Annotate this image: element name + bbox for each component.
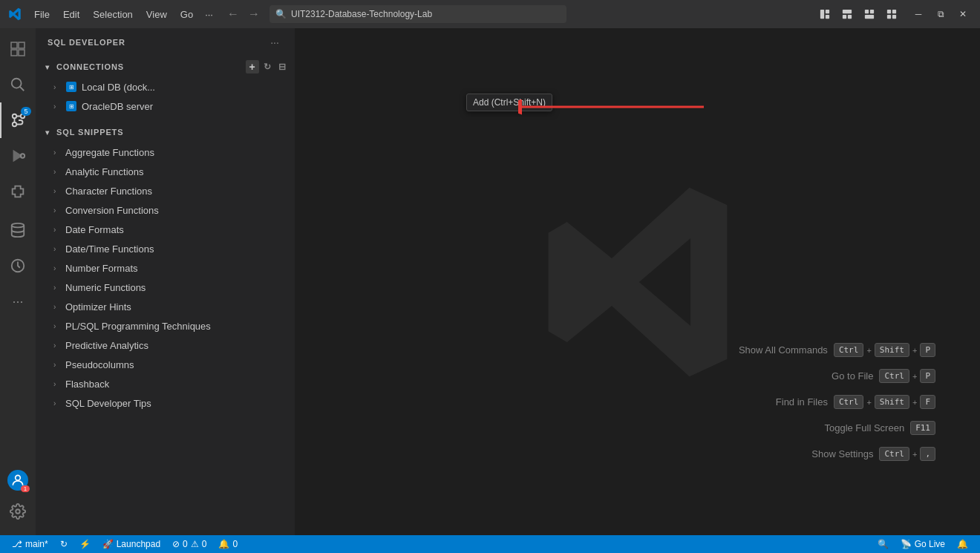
shortcut-row-commands: Show All Commands Ctrl + Shift + P	[739, 343, 935, 357]
snippet-pseudocolumns[interactable]: › Pseudocolumns	[36, 355, 295, 374]
status-launchpad[interactable]: 🚀 Launchpad	[97, 535, 166, 553]
restore-button[interactable]: ⧉	[930, 3, 952, 25]
activity-search[interactable]	[0, 67, 36, 102]
connections-chevron: ▾	[42, 63, 53, 71]
menu-selection[interactable]: Selection	[87, 6, 138, 23]
snippet-sql-tips[interactable]: › SQL Developer Tips	[36, 393, 295, 413]
svg-rect-11	[887, 15, 891, 19]
snippet-character[interactable]: › Character Functions	[36, 181, 295, 200]
sync-icon: ↻	[60, 539, 68, 549]
snippet-numeric[interactable]: › Numeric Functions	[36, 278, 295, 297]
svg-rect-8	[865, 15, 874, 19]
svg-rect-4	[843, 15, 846, 19]
user-badge: 1	[21, 485, 30, 492]
status-zoom[interactable]: 🔍	[872, 539, 895, 549]
titlebar-right: ─ ⧉ ✕	[815, 3, 974, 25]
svg-point-15	[13, 114, 17, 119]
shortcut-file-label: Go to File	[832, 370, 873, 382]
svg-rect-3	[843, 10, 852, 13]
snippet-conversion-chevron: ›	[53, 206, 62, 215]
snippet-character-chevron: ›	[53, 187, 62, 195]
sidebar-header: SQL DEVELOPER ···	[36, 28, 295, 56]
snippet-predictive[interactable]: › Predictive Analytics	[36, 336, 295, 355]
activity-bar: 5 ··· 1	[0, 28, 36, 535]
titlebar: File Edit Selection View Go ··· ← → 🔍 UI…	[0, 0, 980, 28]
status-remote[interactable]: ⚡	[74, 535, 97, 553]
branch-name: main*	[25, 539, 48, 549]
svg-rect-12	[892, 15, 896, 19]
sidebar-title: SQL DEVELOPER	[48, 38, 267, 47]
menu-go[interactable]: Go	[174, 6, 199, 23]
snippet-flashback[interactable]: › Flashback	[36, 374, 295, 393]
snippet-date-formats-chevron: ›	[53, 226, 62, 234]
search-bar[interactable]: 🔍 UIT2312-Database-Technology-Lab	[270, 5, 566, 23]
connections-label: CONNECTIONS	[56, 62, 124, 71]
connections-section-header[interactable]: ▾ CONNECTIONS + ↻ ⊟	[36, 56, 295, 77]
svg-line-14	[20, 87, 24, 91]
status-right: 🔍 📡 Go Live 🔔	[872, 539, 974, 549]
status-go-live[interactable]: 📡 Go Live	[895, 539, 951, 549]
snippet-conversion[interactable]: › Conversion Functions	[36, 200, 295, 220]
snippet-number-formats[interactable]: › Number Formats	[36, 258, 295, 278]
collapse-all-button[interactable]: ⊟	[275, 60, 289, 73]
nav-back-button[interactable]: ←	[223, 4, 243, 24]
nav-forward-button[interactable]: →	[244, 4, 264, 24]
status-errors[interactable]: ⊘ 0 ⚠ 0	[166, 535, 212, 553]
menu-more[interactable]: ···	[200, 6, 218, 23]
menu-items: File Edit Selection View Go ···	[28, 6, 218, 23]
snippet-optimizer[interactable]: › Optimizer Hints	[36, 297, 295, 316]
kbd-p-2: P	[920, 369, 935, 383]
snippet-aggregate[interactable]: › Aggregate Functions	[36, 143, 295, 162]
notifications-icon: 🔔	[218, 539, 229, 549]
menu-file[interactable]: File	[28, 6, 56, 23]
sidebar-more-button[interactable]: ···	[267, 34, 283, 50]
warnings-icon: ⚠	[191, 539, 199, 549]
snippet-analytic[interactable]: › Analytic Functions	[36, 162, 295, 181]
shortcut-fullscreen-keys: F11	[910, 421, 935, 435]
connection-local-db-label: Local DB (dock...	[82, 82, 155, 93]
snippet-pseudocolumns-chevron: ›	[53, 361, 62, 369]
activity-database[interactable]	[0, 212, 36, 248]
status-sync[interactable]: ↻	[54, 535, 74, 553]
snippet-pseudocolumns-label: Pseudocolumns	[65, 359, 134, 370]
shortcut-row-find: Find in Files Ctrl + Shift + F	[739, 395, 935, 409]
activity-extensions[interactable]	[0, 174, 36, 209]
go-live-label: Go Live	[915, 539, 945, 549]
activity-explorer[interactable]	[0, 31, 36, 67]
snippet-numeric-chevron: ›	[53, 284, 62, 292]
titlebar-left: File Edit Selection View Go ···	[6, 5, 218, 23]
activity-source-control[interactable]: 5	[0, 102, 36, 138]
close-button[interactable]: ✕	[952, 3, 974, 25]
activity-settings[interactable]	[0, 494, 36, 529]
user-avatar[interactable]: 1	[7, 470, 28, 491]
status-bell[interactable]: 🔔	[951, 539, 974, 549]
snippet-date-formats[interactable]: › Date Formats	[36, 220, 295, 239]
snippet-aggregate-chevron: ›	[53, 148, 62, 157]
remote-icon: ⚡	[79, 539, 91, 549]
connection-oracle-db[interactable]: › ⊞ OracleDB server	[36, 96, 295, 116]
svg-rect-0	[820, 10, 824, 19]
status-branch[interactable]: ⎇ main*	[6, 535, 54, 553]
kbd-ctrl-2: Ctrl	[879, 369, 909, 383]
activity-timeline[interactable]	[0, 248, 36, 284]
snippet-datetime[interactable]: › Date/Time Functions	[36, 239, 295, 258]
layout-btn-2[interactable]	[837, 4, 857, 24]
layout-btn-4[interactable]	[882, 4, 901, 24]
snippets-section-header[interactable]: ▾ SQL SNIPPETS	[36, 122, 295, 143]
connection-local-db[interactable]: › ⊞ Local DB (dock...	[36, 77, 295, 96]
status-notifications[interactable]: 🔔 0	[212, 535, 244, 553]
snippet-plsql[interactable]: › PL/SQL Programming Techniques	[36, 316, 295, 336]
activity-more[interactable]: ···	[0, 284, 36, 319]
activity-run[interactable]	[0, 138, 36, 174]
refresh-button[interactable]: ↻	[261, 60, 274, 73]
menu-view[interactable]: View	[140, 6, 173, 23]
kbd-ctrl-4: Ctrl	[879, 447, 909, 461]
minimize-button[interactable]: ─	[907, 3, 930, 25]
connection-db-icon: ⊞	[65, 81, 77, 93]
menu-edit[interactable]: Edit	[57, 6, 85, 23]
warnings-count: 0	[202, 539, 207, 549]
kbd-f: F	[920, 395, 935, 409]
add-connection-button[interactable]: +	[246, 60, 259, 73]
layout-btn-1[interactable]	[815, 4, 834, 24]
layout-btn-3[interactable]	[860, 4, 879, 24]
